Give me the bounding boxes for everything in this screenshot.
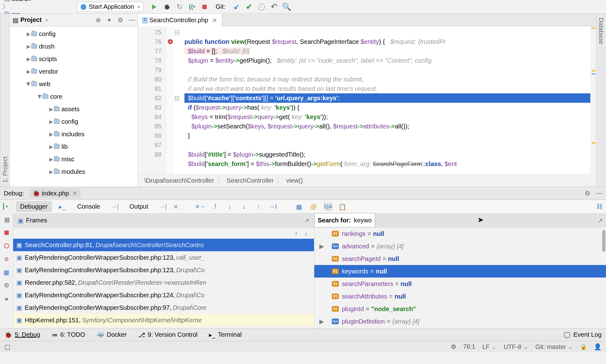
expand-icon[interactable]: ↗ [598,217,603,224]
expand-arrow-icon[interactable]: ▶ [48,156,54,162]
variables-list[interactable]: 01rankings = null▶½≡advanced = {array} [… [314,227,606,328]
pause-button[interactable]: ▮▮ [3,216,10,223]
settings-icon[interactable]: ⚙ [118,16,123,24]
tree-item[interactable]: ▶web [10,78,138,90]
line-gutter[interactable]: 7576777879808182838485868788 [138,26,166,174]
fold-gutter[interactable]: ⊟⊟ [174,26,181,174]
project-panel-title[interactable]: Project [20,16,42,23]
debug-tool-button[interactable]: 🐞5: Debug [4,331,40,339]
project-tool-tab[interactable]: 1: Project [2,157,9,183]
stack-frame[interactable]: ▣EarlyRenderingControllerWrapperSubscrib… [13,301,314,314]
tree-item[interactable]: ▶includes [10,128,138,140]
open-arrow-icon[interactable]: →| [111,203,119,210]
tree-item[interactable]: ▶modules [10,165,138,178]
open-arrow-icon[interactable]: →| [159,203,167,210]
link-icon[interactable]: ⛓ [595,203,603,211]
code-area[interactable]: public function view(Request $request, S… [181,26,590,174]
debugger-tab[interactable]: Debugger [16,201,52,212]
search-input[interactable]: keywo [354,217,372,224]
editor-breadcrumb[interactable]: \Drupal\search\Controller〉 SearchControl… [138,174,596,187]
variable-row[interactable]: 01searchParameters = null [314,278,606,290]
chevron-down-icon[interactable]: ▾ [45,18,48,23]
show-execution-point-icon[interactable]: ≡→ [197,203,205,211]
settings-icon[interactable]: ⚙ [3,282,10,289]
minimize-icon[interactable]: — [596,190,602,197]
breakpoint-gutter[interactable]: ✔ [166,26,174,174]
variable-row[interactable]: 01rankings = null [314,227,606,240]
expand-arrow-icon[interactable]: ▶ [48,144,54,150]
tree-item[interactable]: ▶assets [10,103,138,115]
coverage-button[interactable]: ↻ [176,3,183,10]
expand-arrow-icon[interactable]: ▶ [26,44,31,49]
expand-arrow-icon[interactable]: ▶ [319,318,324,325]
search-everywhere-button[interactable]: 🔍 [283,3,290,10]
tree-item[interactable]: ▶drush [10,40,138,53]
right-tool-rail[interactable]: Database [596,14,606,187]
clipboard-icon[interactable]: 📋 [338,203,347,211]
variable-row[interactable]: 01searchPageId = null [314,252,606,265]
left-tool-rail[interactable]: 1: Project [0,14,10,187]
expand-arrow-icon[interactable]: ▶ [319,242,324,250]
tree-item[interactable]: ▶scripts [10,53,138,65]
expand-arrow-icon[interactable]: ▶ [48,119,54,125]
expand-arrow-icon[interactable]: ▶ [26,31,31,37]
git-commit-button[interactable]: ✔ [246,3,252,10]
variable-row[interactable]: 01keywords = null [314,265,606,278]
expand-arrow-icon[interactable]: ▶ [48,169,54,175]
git-revert-button[interactable]: ↶ [271,3,278,10]
resume-button[interactable] [3,203,10,210]
tree-item[interactable]: ▶config [10,28,138,40]
docker-tool-button[interactable]: 🐳Docker [96,331,126,339]
console-tab[interactable]: Console [73,201,104,212]
stack-frame[interactable]: ▣Renderer.php:582, Drupal\Core\Render\Re… [13,276,314,289]
more-icon[interactable]: » [3,295,10,302]
step-over-icon[interactable]: ⤴ [211,203,219,211]
minimize-icon[interactable]: — [129,16,135,24]
run-button[interactable] [151,3,158,10]
expand-icon[interactable]: ↗ [304,217,310,224]
tree-item[interactable]: ▶lib [10,140,138,153]
git-update-button[interactable]: ↙ [233,3,240,10]
tool-windows-icon[interactable]: ▢ [4,343,10,351]
view-breakpoints-button[interactable] [3,242,10,249]
run-to-cursor-icon[interactable]: →I [269,203,277,211]
frame-up-icon[interactable]: ↑ [295,230,298,237]
variable-row[interactable]: 01pluginId = "node_search" [314,303,606,315]
stack-frame[interactable]: ▣EarlyRenderingControllerWrapperSubscrib… [13,289,314,301]
vcs-tool-button[interactable]: ⎇9: Version Control [138,331,198,339]
expand-arrow-icon[interactable]: ▶ [48,131,54,137]
expand-arrow-icon[interactable]: ▶ [37,94,43,99]
git-branch[interactable]: Git: master [535,343,573,351]
stack-frame[interactable]: ▣EarlyRenderingControllerWrapperSubscrib… [13,264,314,276]
frames-list[interactable]: ▣SearchController.php:81, Drupal\search\… [13,239,314,328]
debug-session-tab[interactable]: 🐞 index.php ✕ [29,188,81,198]
close-icon[interactable]: ✕ [72,190,77,197]
frame-down-icon[interactable]: ↓ [305,230,308,237]
caret-position[interactable]: 76:1 [463,343,476,350]
profiler-button[interactable]: ((• [189,3,195,10]
database-tool-tab[interactable]: Database [598,18,605,44]
close-icon[interactable]: ✕ [173,203,178,211]
file-encoding[interactable]: UTF-8 [503,343,528,351]
output-tab[interactable]: Output [125,201,152,212]
stack-frame[interactable]: ▣HttpKernel.php:151, Symfony\Component\H… [13,314,314,326]
editor-tab[interactable]: SearchController.php ✕ [138,14,222,26]
tree-item[interactable]: ▶vendor [10,65,138,78]
locate-icon[interactable]: ⊕ [96,16,101,24]
breadcrumb-item[interactable]: search [3,0,72,3]
terminal-tool-button[interactable]: ▸_Terminal [209,331,242,339]
debug-button[interactable] [163,3,170,10]
stop-button[interactable] [201,3,208,10]
force-step-into-icon[interactable]: ↓ [240,203,248,211]
code-editor[interactable]: 7576777879808182838485868788 ✔ ⊟⊟ public… [138,26,596,174]
close-icon[interactable]: ✕ [212,17,217,24]
layout-button[interactable]: ▦ [3,269,10,276]
tree-item[interactable]: ▶core [10,90,138,103]
marker-strip[interactable] [590,26,596,174]
watch-icon[interactable]: @ [310,203,318,211]
variable-row[interactable]: ▶½≡advanced = {array} [4] [314,240,606,252]
line-separator[interactable]: LF [482,343,497,351]
variables-search-box[interactable]: Search for: keywo [314,213,375,227]
step-out-icon[interactable]: ↑ [254,203,263,211]
sort-icon[interactable]: ½≡ [324,203,332,211]
